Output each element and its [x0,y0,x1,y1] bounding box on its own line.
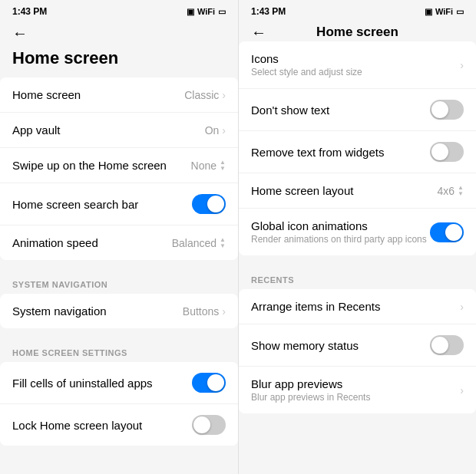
app-vault-chevron: › [222,124,226,137]
dont-show-text-row[interactable]: Don't show text [239,89,476,131]
blur-previews-subtitle: Blur app previews in Recents [251,392,460,403]
battery-icon: ▭ [218,7,226,17]
icons-label: Icons [251,52,460,65]
status-icons-left: ▣ WiFi ▭ [187,7,226,17]
lock-layout-label: Lock Home screen layout [12,419,192,432]
arrange-recents-chevron: › [460,301,464,313]
swipe-up-value: None [191,160,217,172]
show-memory-toggle[interactable] [430,335,464,355]
section-settings-label: HOME SCREEN SETTINGS [0,337,238,362]
search-bar-label: Home screen search bar [12,198,192,211]
home-screen-layout-value: 4x6 [438,185,455,197]
status-bar-right: 1:43 PM ▣ WiFi ▭ [239,0,476,20]
home-screen-layout-row[interactable]: Home screen layout 4x6 ▲▼ [239,173,476,209]
system-navigation-chevron: › [222,305,226,318]
home-screen-row[interactable]: Home screen Classic › [0,77,238,113]
search-bar-toggle[interactable] [192,194,226,214]
system-navigation-row[interactable]: System navigation Buttons › [0,294,238,328]
search-bar-row[interactable]: Home screen search bar [0,183,238,225]
remove-text-widgets-label: Remove text from widgets [251,146,430,159]
icons-chevron: › [460,59,464,71]
page-title-left: Home screen [0,44,238,77]
home-screen-layout-spinner: ▲▼ [458,185,464,197]
global-icon-animations-row[interactable]: Global icon animations Render animations… [239,209,476,255]
main-settings-group: Home screen Classic › App vault On › Swi… [0,77,238,260]
home-settings-group: Fill cells of uninstalled apps Lock Home… [0,362,238,446]
system-navigation-label: System navigation [12,304,183,318]
signal-icon-right: ▣ [425,7,432,17]
blur-previews-chevron: › [460,384,464,397]
arrange-recents-row[interactable]: Arrange items in Recents › [239,289,476,324]
swipe-up-label: Swipe up on the Home screen [12,159,191,172]
status-bar-left: 1:43 PM ▣ WiFi ▭ [0,0,238,20]
fill-cells-label: Fill cells of uninstalled apps [12,377,192,390]
remove-text-widgets-toggle[interactable] [430,142,464,162]
animation-speed-value: Balanced [172,237,217,249]
blur-previews-label: Blur app previews [251,377,460,390]
wifi-icon: WiFi [197,7,215,16]
wifi-icon-right: WiFi [435,7,453,16]
lock-layout-row[interactable]: Lock Home screen layout [0,404,238,446]
signal-icon: ▣ [187,7,194,17]
global-icon-animations-label: Global icon animations [251,219,430,232]
section-nav-label: SYSTEM NAVIGATION [0,269,238,294]
dont-show-text-label: Don't show text [251,104,430,117]
recents-group: Arrange items in Recents › Show memory s… [239,289,476,413]
animation-speed-spinner: ▲▼ [220,237,226,249]
right-panel: 1:43 PM ▣ WiFi ▭ ← Home screen Icons Sel… [238,0,476,474]
remove-text-widgets-row[interactable]: Remove text from widgets [239,131,476,173]
lock-layout-toggle[interactable] [192,415,226,435]
page-title-right: Home screen [251,25,464,40]
animation-speed-row[interactable]: Animation speed Balanced ▲▼ [0,225,238,260]
nav-settings-group: System navigation Buttons › [0,294,238,328]
time-left: 1:43 PM [12,6,47,17]
status-icons-right: ▣ WiFi ▭ [425,7,464,17]
home-screen-chevron: › [222,89,226,101]
right-header: ← Home screen [239,20,476,41]
icons-row[interactable]: Icons Select style and adjust size › [239,41,476,89]
system-navigation-value: Buttons [183,305,219,318]
right-main-group: Icons Select style and adjust size › Don… [239,41,476,255]
back-button-left[interactable]: ← [0,20,238,44]
home-screen-layout-label: Home screen layout [251,184,438,197]
blur-previews-row[interactable]: Blur app previews Blur app previews in R… [239,367,476,413]
dont-show-text-toggle[interactable] [430,100,464,120]
show-memory-row[interactable]: Show memory status [239,324,476,367]
global-icon-animations-toggle[interactable] [430,222,464,242]
swipe-up-spinner: ▲▼ [220,160,226,172]
battery-icon-right: ▭ [456,7,464,17]
global-icon-animations-subtitle: Render animations on third party app ico… [251,234,430,245]
section-recents-label: RECENTS [239,265,476,289]
back-button-right[interactable]: ← [251,24,266,41]
swipe-up-row[interactable]: Swipe up on the Home screen None ▲▼ [0,148,238,183]
icons-subtitle: Select style and adjust size [251,67,460,77]
time-right: 1:43 PM [251,6,286,17]
animation-speed-label: Animation speed [12,236,172,249]
app-vault-value: On [205,124,220,137]
fill-cells-row[interactable]: Fill cells of uninstalled apps [0,362,238,404]
home-screen-value: Classic [184,89,219,101]
fill-cells-toggle[interactable] [192,373,226,393]
app-vault-row[interactable]: App vault On › [0,113,238,148]
left-panel: 1:43 PM ▣ WiFi ▭ ← Home screen Home scre… [0,0,238,474]
app-vault-label: App vault [12,123,205,137]
home-screen-label: Home screen [12,88,184,101]
arrange-recents-label: Arrange items in Recents [251,300,460,313]
show-memory-label: Show memory status [251,339,430,352]
